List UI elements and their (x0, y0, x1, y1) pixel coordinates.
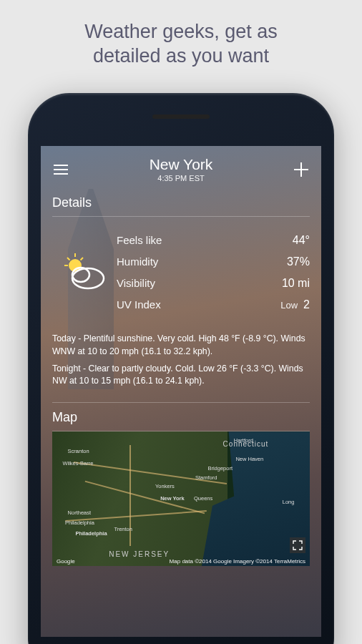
detail-value: 37% (287, 255, 310, 268)
svg-line-4 (81, 258, 84, 260)
map-city-label: New York (160, 495, 185, 502)
phone-frame: New York 4:35 PM EST Details (28, 93, 334, 644)
city-name: New York (150, 156, 213, 173)
detail-row-uv: UV Index Low 2 (117, 294, 310, 316)
map-expand-button[interactable] (290, 537, 305, 553)
svg-line-3 (67, 258, 70, 260)
map-city-label: New Haven (235, 456, 263, 462)
map-city-label: Wilkes-Barre (62, 460, 93, 467)
map-attribution: Google Map data ©2014 Google Imagery ©20… (52, 558, 310, 565)
local-time: 4:35 PM EST (150, 174, 213, 182)
app-header: New York 4:35 PM EST (41, 146, 321, 188)
map-city-label: Philadelphia (75, 530, 107, 537)
plus-icon (294, 162, 308, 177)
expand-icon (293, 540, 303, 550)
map-state-label: NEW JERSEY (109, 550, 170, 558)
detail-row-feels-like: Feels like 44° (117, 230, 310, 251)
map-city-label: Philadelphia (65, 519, 94, 526)
map-city-label: Yonkers (155, 483, 175, 489)
map-city-label: Hartford (234, 437, 253, 444)
detail-value: 44° (293, 234, 310, 247)
detail-value: Low 2 (280, 298, 310, 311)
details-grid: Feels like 44° Humidity 37% Visibility 1… (41, 217, 321, 326)
hamburger-icon (54, 169, 68, 170)
promo-line2: detailed as you want (93, 45, 269, 67)
forecast-text: Today - Plentiful sunshine. Very cold. H… (41, 326, 321, 402)
map-container: Connecticut NEW JERSEY Scranton Wilkes-B… (41, 431, 321, 566)
partly-cloudy-icon (59, 251, 109, 294)
map-heading: Map (41, 403, 321, 431)
weather-map[interactable]: Connecticut NEW JERSEY Scranton Wilkes-B… (52, 431, 310, 566)
detail-label: Visibility (117, 277, 155, 290)
map-city-label: Bridgeport (207, 465, 233, 472)
map-city-label: Stamford (195, 474, 217, 481)
app-screen: New York 4:35 PM EST Details (41, 146, 321, 637)
detail-value: 10 mi (282, 277, 310, 290)
map-city-label: Trenton (114, 526, 132, 532)
menu-button[interactable] (52, 161, 69, 178)
uv-text: Low (280, 300, 298, 311)
header-title-area[interactable]: New York 4:35 PM EST (150, 156, 213, 182)
promo-headline: Weather geeks, get as detailed as you wa… (0, 0, 362, 80)
forecast-today: Today - Plentiful sunshine. Very cold. H… (52, 333, 310, 358)
detail-row-visibility: Visibility 10 mi (117, 273, 310, 294)
detail-row-humidity: Humidity 37% (117, 251, 310, 273)
detail-label: Feels like (117, 234, 162, 247)
details-heading: Details (41, 188, 321, 216)
detail-rows: Feels like 44° Humidity 37% Visibility 1… (117, 230, 310, 316)
forecast-tonight: Tonight - Clear to partly cloudy. Cold. … (52, 363, 310, 389)
map-copyright: Map data ©2014 Google Imagery ©2014 Terr… (170, 558, 305, 565)
detail-label: UV Index (117, 298, 161, 311)
uv-number: 2 (303, 298, 310, 311)
map-city-label: Queens (194, 495, 212, 502)
map-city-label: Northeast (68, 509, 92, 516)
promo-line1: Weather geeks, get as (84, 21, 278, 42)
map-city-label: Scranton (68, 448, 89, 454)
detail-label: Humidity (117, 255, 158, 268)
weather-condition-icon (52, 230, 117, 316)
map-provider: Google (57, 558, 75, 565)
map-city-label: Long (283, 499, 295, 505)
add-location-button[interactable] (293, 161, 310, 178)
